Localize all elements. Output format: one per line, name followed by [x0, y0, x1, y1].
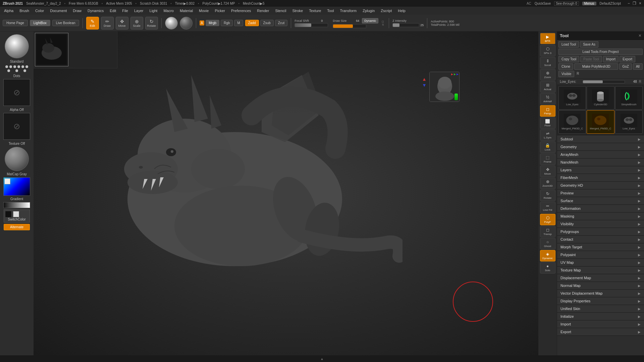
display-properties-header[interactable]: Display Properties ▶ [557, 297, 644, 305]
scroll-btn[interactable]: ⇕ Scroll [540, 57, 555, 68]
matcap-sphere[interactable] [5, 147, 29, 171]
menu-file[interactable]: File [119, 8, 131, 13]
texture-preview[interactable]: ⊘ [3, 113, 30, 140]
focal-shift-slider[interactable] [294, 23, 328, 27]
aahalf-btn[interactable]: ½ AAHalf [540, 93, 555, 105]
menus-btn[interactable]: Menus [582, 2, 596, 5]
nanomesh-header[interactable]: NanoMesh ▶ [557, 159, 644, 166]
panel-close-btn[interactable]: × [639, 33, 641, 38]
fibermesh-header[interactable]: FiberMesh ▶ [557, 174, 644, 181]
linefill-btn[interactable]: ═ Line Fill [540, 202, 555, 213]
menu-stencil[interactable]: Stencil [272, 8, 289, 13]
brush-preview-toolbar[interactable] [165, 17, 178, 29]
spix-btn[interactable]: ⬡ SPix 3 [540, 45, 555, 56]
thumb-merged-pm3d-2[interactable]: Merged_PM3D_C [587, 110, 614, 134]
menu-picker[interactable]: Picker [212, 8, 228, 13]
dynamic-3d-btn[interactable]: ◈ Dynamic [540, 250, 555, 261]
polypaint-header[interactable]: Polypaint ▶ [557, 251, 644, 258]
polyf-btn[interactable]: ⬡ PolyF [540, 214, 555, 225]
quick-save-btn[interactable]: QuickSave [535, 2, 551, 5]
menu-movie[interactable]: Movie [196, 8, 211, 13]
import-btn[interactable]: Import [603, 56, 619, 62]
load-project-btn[interactable]: Load Tools From Project [558, 49, 643, 55]
thumb-low-eyes-1[interactable]: Low_Eyes [558, 86, 586, 110]
visible-btn[interactable]: Visible [558, 71, 574, 77]
menu-alpha[interactable]: Alpha [1, 8, 16, 13]
menu-edit[interactable]: Edit [107, 8, 119, 13]
material-sphere-toolbar[interactable] [180, 17, 193, 29]
menu-zscript[interactable]: Zscript [378, 8, 394, 13]
dot-brush-preview[interactable] [5, 65, 29, 73]
texture-map-header[interactable]: Texture Map ▶ [557, 266, 644, 274]
load-tool-btn[interactable]: Load Tool [558, 41, 579, 48]
rgb-btn[interactable]: Rgb [221, 20, 233, 26]
thumb-cylinder3d[interactable]: Cylinder3D [587, 86, 614, 110]
move-3d-btn[interactable]: ✥ Move [540, 166, 555, 177]
preview-header[interactable]: Preview ▶ [557, 189, 644, 197]
menu-texture[interactable]: Texture [306, 8, 324, 13]
canvas-area[interactable]: ▶ ▶ ▶ ▲ ▼ [34, 32, 553, 355]
brush-large-preview[interactable] [5, 34, 29, 58]
bpr-btn[interactable]: ▶ BPR [540, 33, 555, 44]
dynamic-btn-label[interactable]: Dynamic [362, 18, 378, 23]
save-as-btn[interactable]: Save As [580, 41, 598, 48]
draw-size-slider[interactable] [333, 24, 366, 28]
zoom3d-btn[interactable]: ⊕ Zoom3D [540, 178, 555, 189]
z-intensity-slider[interactable] [392, 23, 419, 27]
masking-header[interactable]: Masking ▶ [557, 213, 644, 220]
menu-zplugin[interactable]: Zplugin [360, 8, 377, 13]
restore-btn[interactable]: ❐ [633, 1, 636, 6]
menu-stroke[interactable]: Stroke [289, 8, 306, 13]
lightbox-btn[interactable]: LightBox [30, 20, 50, 26]
geometry-hd-header[interactable]: Geometry HD ▶ [557, 182, 644, 189]
zoom-btn[interactable]: ⊕ Zoom [540, 69, 555, 80]
vector-displacement-header[interactable]: Vector Displacement Map ▶ [557, 290, 644, 297]
copy-tool-btn[interactable]: Copy Tool [558, 56, 579, 62]
deformation-header[interactable]: Deformation ▶ [557, 205, 644, 212]
zadd-btn[interactable]: Zadd [245, 20, 259, 26]
zsub-btn[interactable]: Zsub [260, 20, 274, 26]
rotate-3d-btn[interactable]: ↻ Rotate [540, 190, 555, 201]
scale-btn[interactable]: ⊕ Scale [130, 17, 143, 29]
displacement-map-header[interactable]: Displacement Map ▶ [557, 274, 644, 282]
draw-btn[interactable]: ✏ Draw [101, 17, 114, 29]
menu-material[interactable]: Material [177, 8, 196, 13]
make-polymesh-btn[interactable]: Make PolyMesh3D [574, 63, 618, 70]
ghost-btn[interactable]: ○ Ghost [540, 238, 555, 249]
alternate-btn[interactable]: Alternate [4, 224, 30, 230]
menu-preferences[interactable]: Preferences [228, 8, 254, 13]
arraymesh-header[interactable]: ArrayMesh ▶ [557, 151, 644, 158]
live-boolean-btn[interactable]: Live Boolean [52, 20, 79, 26]
goz-btn[interactable]: GoZ [619, 63, 632, 70]
mrgb-btn[interactable]: Mrgb [206, 20, 219, 26]
frame-btn[interactable]: ⬚ Frame [540, 154, 555, 165]
unified-skin-header[interactable]: Unified Skin ▶ [557, 305, 644, 312]
minimize-btn[interactable]: − [628, 1, 630, 6]
menu-draw[interactable]: Draw [70, 8, 84, 13]
head-navigation-widget[interactable]: ▶ ▶ ▶ [429, 72, 460, 102]
menu-light[interactable]: Light [147, 8, 160, 13]
menu-brush[interactable]: Brush [17, 8, 32, 13]
visibility-header[interactable]: Visibility ▶ [557, 220, 644, 228]
persp-btn[interactable]: ◻ Persp [540, 105, 555, 117]
edit-btn[interactable]: ✎ Edit [86, 17, 99, 29]
export-btn[interactable]: Export [620, 56, 635, 62]
export-header[interactable]: Export ▶ [557, 328, 644, 336]
menu-layer[interactable]: Layer [131, 8, 146, 13]
menu-help[interactable]: Help [395, 8, 408, 13]
normal-map-header[interactable]: Normal Map ▶ [557, 282, 644, 289]
home-page-btn[interactable]: Home Page [3, 20, 28, 26]
clone-btn[interactable]: Clone [558, 63, 573, 70]
menu-dynamics[interactable]: Dynamics [85, 8, 106, 13]
menu-document[interactable]: Document [47, 8, 69, 13]
move-btn[interactable]: ✥ Move [116, 17, 128, 29]
m-btn[interactable]: M [234, 20, 243, 26]
color-picker[interactable] [3, 177, 30, 196]
thumb-merged-pm3d-1[interactable]: Merged_PM3D_C [558, 110, 586, 134]
rotate-btn[interactable]: ↻ Rotate [145, 17, 158, 29]
all-btn[interactable]: All [633, 63, 643, 70]
thumb-simple-brush[interactable]: SimpleBrush [615, 86, 643, 110]
menu-render[interactable]: Render [254, 8, 272, 13]
subtool-header[interactable]: Subtool ▶ [557, 135, 644, 143]
polygroups-header[interactable]: Polygroups ▶ [557, 228, 644, 235]
